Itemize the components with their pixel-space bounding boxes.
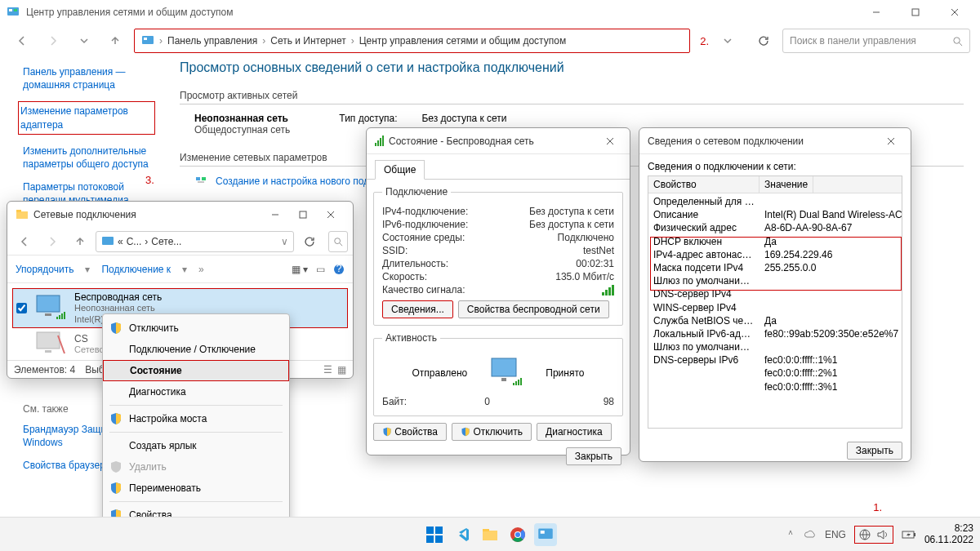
tab-general[interactable]: Общие: [375, 160, 425, 180]
tb-chrome[interactable]: [506, 523, 529, 546]
link-sharing-settings[interactable]: Изменить дополнительные параметры общего…: [23, 144, 150, 171]
network-type: Общедоступная сеть: [194, 124, 290, 136]
page-title: Просмотр основных сведений о сети и наст…: [180, 60, 964, 75]
nc-maximize-button[interactable]: [289, 202, 317, 227]
svg-rect-45: [426, 535, 434, 543]
ctx-diagnostics[interactable]: Диагностика: [103, 381, 289, 402]
tb-control-panel[interactable]: [534, 523, 557, 546]
shield-icon: [109, 322, 122, 335]
start-button[interactable]: [423, 523, 446, 546]
cell-property: IPv4-адрес автонастро...: [648, 248, 760, 261]
diag-button[interactable]: Диагностика: [537, 423, 612, 441]
search-input[interactable]: Поиск в панели управления: [782, 29, 970, 53]
close-button[interactable]: [936, 0, 973, 24]
tray-onedrive-icon[interactable]: [804, 528, 817, 541]
table-row: DNS-сервер IPv4: [648, 287, 902, 300]
link-adapter-settings[interactable]: Изменение параметров адаптера: [18, 101, 155, 134]
cell-value: [760, 195, 902, 208]
link-control-panel-home[interactable]: Панель управления — домашняя страница: [23, 65, 150, 91]
cell-property: [648, 380, 760, 393]
svg-rect-44: [435, 527, 443, 534]
ctx-disable[interactable]: Отключить: [103, 318, 289, 339]
tray-chevron-icon[interactable]: ＾: [786, 527, 795, 541]
context-menu: Отключить Подключение / Отключение Состо…: [102, 313, 290, 530]
nc-bc1[interactable]: С...: [127, 236, 142, 247]
cell-property: WINS-сервер IPv4: [648, 301, 760, 314]
nc-title: Сетевые подключения: [33, 209, 261, 220]
ctx-toggle[interactable]: Подключение / Отключение: [103, 339, 289, 360]
breadcrumb-dropdown-button[interactable]: [715, 29, 740, 53]
breadcrumb-item[interactable]: Центр управления сетями и общим доступом: [359, 35, 567, 47]
disable-button[interactable]: Отключить: [452, 423, 532, 441]
nc-search-button[interactable]: [328, 231, 348, 252]
table-row: fec0:0:0:ffff::2%1: [648, 367, 902, 380]
tb-vscode[interactable]: [451, 523, 474, 546]
props-button[interactable]: Свойства: [373, 423, 447, 441]
svg-rect-4: [912, 9, 919, 16]
dialog-status: Состояние - Беспроводная сеть Общие Подк…: [366, 127, 630, 455]
ctx-shortcut[interactable]: Создать ярлык: [103, 435, 289, 456]
search-icon: [952, 36, 963, 47]
nc-minimize-button[interactable]: [261, 202, 289, 227]
svg-rect-19: [102, 237, 114, 245]
back-button[interactable]: [10, 29, 34, 53]
cell-value: Да: [760, 235, 902, 248]
view-list-icon[interactable]: ☰: [323, 364, 332, 375]
col-property[interactable]: Свойство: [648, 176, 760, 193]
grp-activity: Активность: [382, 332, 440, 344]
wifi-props-button[interactable]: Свойства беспроводной сети: [458, 300, 609, 318]
svg-rect-55: [541, 531, 545, 534]
nc-bc2[interactable]: Сете...: [151, 236, 181, 247]
svg-text:?: ?: [336, 264, 342, 274]
tray-clock[interactable]: 8:23 06.11.2022: [924, 523, 973, 544]
cell-value: fec0:0:0:ffff::3%1: [760, 380, 902, 393]
cell-property: Физический адрес: [648, 221, 760, 234]
nc-connect-button[interactable]: Подключение к: [101, 264, 171, 275]
adapter-checkbox[interactable]: [16, 303, 27, 313]
details-close-button[interactable]: [880, 129, 902, 153]
nc-close-button[interactable]: [317, 202, 345, 227]
ctx-status[interactable]: Состояние: [103, 360, 289, 381]
breadcrumb[interactable]: › Панель управления › Сеть и Интернет › …: [134, 29, 690, 53]
nc-up-button[interactable]: [68, 229, 92, 254]
view-grid-icon[interactable]: ▦: [337, 364, 346, 375]
svg-rect-35: [492, 358, 516, 376]
cell-property: Служба NetBIOS через ...: [648, 314, 760, 327]
section-active-networks: Просмотр активных сетей: [180, 90, 964, 104]
taskbar: ＾ ENG 8:23 06.11.2022: [0, 517, 980, 551]
cell-value: [760, 340, 902, 353]
col-value[interactable]: Значение: [760, 176, 813, 193]
shield-icon: [382, 427, 392, 437]
nc-breadcrumb[interactable]: « С...› Сете... ∨: [96, 231, 294, 252]
recent-button[interactable]: [72, 29, 96, 53]
tray-language[interactable]: ENG: [825, 529, 846, 540]
breadcrumb-item[interactable]: Сеть и Интернет: [270, 35, 345, 47]
nc-forward-button[interactable]: [40, 229, 65, 254]
cell-property: Описание: [648, 208, 760, 221]
status-close-button[interactable]: [599, 129, 621, 153]
view-icon[interactable]: ▦ ▾: [292, 264, 308, 275]
refresh-button[interactable]: [751, 29, 776, 53]
minimize-button[interactable]: [858, 0, 895, 24]
forward-button[interactable]: [41, 29, 65, 53]
nc-sort-button[interactable]: Упорядочить: [16, 264, 74, 275]
activity-icon: [487, 357, 526, 389]
details-button[interactable]: Сведения...: [382, 300, 453, 318]
preview-icon[interactable]: ▭: [316, 264, 325, 275]
breadcrumb-item[interactable]: Панель управления: [167, 35, 257, 47]
up-button[interactable]: [103, 29, 127, 53]
table-row: ОписаниеIntel(R) Dual Band Wireless-AC 3…: [648, 208, 902, 221]
shield-icon: [109, 412, 122, 425]
svg-point-9: [954, 37, 960, 42]
ctx-bridge[interactable]: Настройка моста: [103, 408, 289, 429]
maximize-button[interactable]: [897, 0, 934, 24]
nc-refresh-button[interactable]: [297, 229, 322, 254]
status-close[interactable]: Закрыть: [566, 447, 621, 465]
nc-back-button[interactable]: [12, 229, 37, 254]
battery-icon[interactable]: [902, 529, 916, 540]
details-close[interactable]: Закрыть: [847, 442, 902, 460]
help-icon[interactable]: ?: [333, 264, 345, 275]
tray-network-group[interactable]: [854, 526, 893, 544]
ctx-rename[interactable]: Переименовать: [103, 478, 289, 499]
tb-explorer[interactable]: [479, 523, 501, 546]
